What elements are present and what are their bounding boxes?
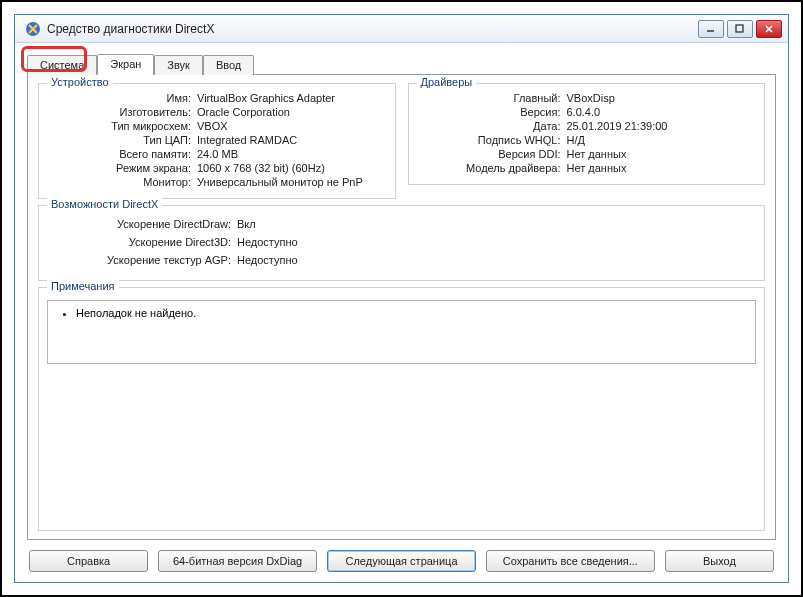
driver-value: Нет данных	[567, 162, 757, 174]
directx-icon	[25, 21, 41, 37]
device-label: Изготовитель:	[47, 106, 197, 118]
exit-button[interactable]: Выход	[665, 550, 774, 572]
device-label: Режим экрана:	[47, 162, 197, 174]
tab-input[interactable]: Ввод	[203, 55, 254, 75]
device-label: Всего памяти:	[47, 148, 197, 160]
device-fieldset: Устройство Имя:VirtualBox Graphics Adapt…	[38, 83, 396, 199]
window-title: Средство диагностики DirectX	[47, 22, 698, 36]
feature-label: Ускорение текстур AGP:	[47, 254, 237, 266]
feature-value: Недоступно	[237, 236, 756, 248]
device-value: 24.0 MB	[197, 148, 387, 160]
device-label: Монитор:	[47, 176, 197, 188]
tab-label: Ввод	[216, 59, 241, 71]
svg-rect-2	[736, 25, 743, 32]
next-page-button[interactable]: Следующая страница	[327, 550, 476, 572]
driver-label: Дата:	[417, 120, 567, 132]
device-value: 1060 x 768 (32 bit) (60Hz)	[197, 162, 387, 174]
close-button[interactable]	[756, 20, 782, 38]
maximize-button[interactable]	[727, 20, 753, 38]
tab-system[interactable]: Система	[27, 55, 97, 75]
device-value: Универсальный монитор не PnP	[197, 176, 387, 188]
dxdiag-window: Средство диагностики DirectX Система Экр…	[14, 14, 789, 583]
driver-value: 6.0.4.0	[567, 106, 757, 118]
device-value: VBOX	[197, 120, 387, 132]
device-label: Тип микросхем:	[47, 120, 197, 132]
features-legend: Возможности DirectX	[47, 198, 162, 210]
driver-label: Подпись WHQL:	[417, 134, 567, 146]
help-button[interactable]: Справка	[29, 550, 148, 572]
tab-panel: Устройство Имя:VirtualBox Graphics Adapt…	[27, 74, 776, 540]
feature-label: Ускорение DirectDraw:	[47, 218, 237, 230]
tab-label: Экран	[110, 58, 141, 70]
minimize-button[interactable]	[698, 20, 724, 38]
drivers-legend: Драйверы	[417, 76, 477, 88]
titlebar: Средство диагностики DirectX	[15, 15, 788, 43]
tab-bar: Система Экран Звук Ввод	[27, 53, 776, 74]
driver-value: 25.01.2019 21:39:00	[567, 120, 757, 132]
tab-label: Система	[40, 59, 84, 71]
device-label: Имя:	[47, 92, 197, 104]
drivers-fieldset: Драйверы Главный:VBoxDisp Версия:6.0.4.0…	[408, 83, 766, 185]
device-value: Integrated RAMDAC	[197, 134, 387, 146]
device-value: VirtualBox Graphics Adapter	[197, 92, 387, 104]
device-legend: Устройство	[47, 76, 113, 88]
driver-value: Н/Д	[567, 134, 757, 146]
feature-value: Вкл	[237, 218, 756, 230]
notes-textarea[interactable]: Неполадок не найдено.	[47, 300, 756, 364]
notes-item: Неполадок не найдено.	[76, 307, 747, 319]
driver-label: Версия:	[417, 106, 567, 118]
feature-value: Недоступно	[237, 254, 756, 266]
driver-label: Версия DDI:	[417, 148, 567, 160]
tab-display[interactable]: Экран	[97, 54, 154, 75]
tab-label: Звук	[167, 59, 190, 71]
notes-legend: Примечания	[47, 280, 119, 292]
device-value: Oracle Corporation	[197, 106, 387, 118]
notes-fieldset: Примечания Неполадок не найдено.	[38, 287, 765, 531]
driver-label: Модель драйвера:	[417, 162, 567, 174]
device-label: Тип ЦАП:	[47, 134, 197, 146]
driver-label: Главный:	[417, 92, 567, 104]
driver-value: Нет данных	[567, 148, 757, 160]
features-fieldset: Возможности DirectX Ускорение DirectDraw…	[38, 205, 765, 281]
driver-value: VBoxDisp	[567, 92, 757, 104]
dxdiag64-button[interactable]: 64-битная версия DxDiag	[158, 550, 317, 572]
button-bar: Справка 64-битная версия DxDiag Следующа…	[27, 540, 776, 574]
feature-label: Ускорение Direct3D:	[47, 236, 237, 248]
tab-sound[interactable]: Звук	[154, 55, 203, 75]
save-all-button[interactable]: Сохранить все сведения...	[486, 550, 655, 572]
